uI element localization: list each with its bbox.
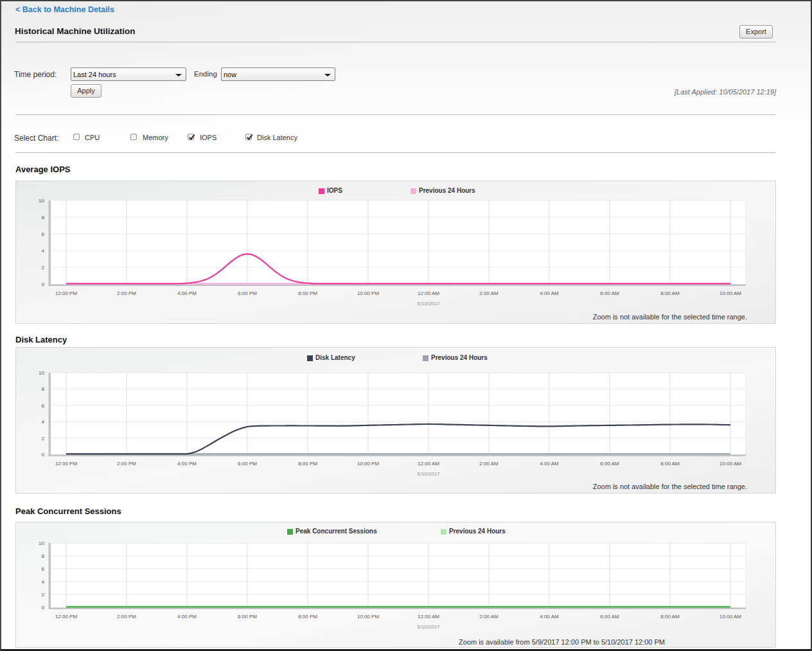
- svg-text:4:00 PM: 4:00 PM: [177, 290, 197, 296]
- svg-text:6: 6: [42, 231, 45, 237]
- svg-text:10:00 AM: 10:00 AM: [719, 614, 741, 620]
- svg-text:5/10/2017: 5/10/2017: [417, 624, 440, 630]
- svg-text:2:00 PM: 2:00 PM: [117, 461, 136, 467]
- svg-text:6:00 AM: 6:00 AM: [600, 614, 619, 620]
- svg-text:6:00 AM: 6:00 AM: [600, 290, 619, 296]
- svg-text:12:00 AM: 12:00 AM: [418, 290, 439, 296]
- svg-text:4: 4: [42, 248, 45, 254]
- svg-text:10:00 PM: 10:00 PM: [357, 290, 380, 296]
- svg-text:6:00 AM: 6:00 AM: [600, 461, 619, 467]
- svg-text:12:00 PM: 12:00 PM: [55, 614, 78, 620]
- svg-text:2:00 PM: 2:00 PM: [117, 290, 136, 296]
- svg-text:8: 8: [42, 386, 45, 392]
- svg-text:4:00 AM: 4:00 AM: [540, 614, 559, 620]
- svg-text:8:00 PM: 8:00 PM: [298, 614, 317, 620]
- svg-text:10:00 AM: 10:00 AM: [719, 461, 741, 467]
- svg-text:2:00 PM: 2:00 PM: [117, 614, 136, 620]
- svg-text:6:00 PM: 6:00 PM: [238, 461, 257, 467]
- svg-text:0: 0: [42, 281, 45, 287]
- svg-text:10: 10: [39, 198, 44, 204]
- svg-text:8: 8: [42, 553, 45, 559]
- svg-text:4: 4: [42, 579, 45, 585]
- svg-text:10:00 AM: 10:00 AM: [719, 290, 741, 296]
- svg-text:4:00 PM: 4:00 PM: [177, 461, 197, 467]
- svg-text:4:00 AM: 4:00 AM: [540, 461, 559, 467]
- svg-text:12:00 AM: 12:00 AM: [418, 461, 439, 467]
- svg-text:8: 8: [42, 215, 45, 220]
- svg-text:2:00 AM: 2:00 AM: [479, 614, 499, 620]
- svg-text:2:00 AM: 2:00 AM: [479, 461, 499, 467]
- svg-text:5/10/2017: 5/10/2017: [417, 301, 440, 307]
- svg-text:10:00 PM: 10:00 PM: [357, 461, 380, 467]
- svg-text:12:00 PM: 12:00 PM: [55, 461, 78, 467]
- svg-text:6:00 PM: 6:00 PM: [238, 290, 257, 296]
- svg-text:10: 10: [39, 370, 44, 376]
- svg-text:6:00 PM: 6:00 PM: [238, 614, 257, 620]
- svg-text:8:00 AM: 8:00 AM: [660, 614, 680, 620]
- svg-text:8:00 PM: 8:00 PM: [298, 290, 317, 296]
- svg-text:10:00 PM: 10:00 PM: [357, 614, 380, 620]
- svg-text:4:00 PM: 4:00 PM: [177, 614, 197, 620]
- svg-text:2:00 AM: 2:00 AM: [479, 290, 499, 296]
- svg-text:2: 2: [42, 592, 45, 598]
- svg-text:6: 6: [42, 403, 45, 409]
- svg-text:8:00 PM: 8:00 PM: [298, 461, 317, 467]
- svg-text:6: 6: [42, 566, 45, 572]
- svg-text:4:00 AM: 4:00 AM: [540, 290, 559, 296]
- svg-text:10: 10: [39, 540, 44, 546]
- svg-text:0: 0: [42, 452, 45, 458]
- svg-text:12:00 AM: 12:00 AM: [418, 614, 439, 620]
- svg-text:4: 4: [42, 419, 45, 425]
- svg-text:5/10/2017: 5/10/2017: [417, 471, 440, 477]
- svg-text:12:00 PM: 12:00 PM: [55, 290, 78, 296]
- svg-text:8:00 AM: 8:00 AM: [660, 461, 680, 467]
- svg-text:2: 2: [42, 436, 45, 441]
- svg-text:0: 0: [42, 605, 45, 611]
- svg-text:8:00 AM: 8:00 AM: [660, 290, 680, 296]
- svg-text:2: 2: [42, 265, 45, 271]
